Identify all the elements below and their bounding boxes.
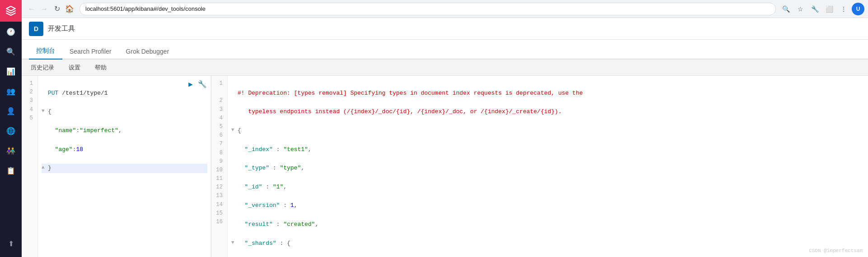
sidebar-icon-clock[interactable]: 🕐 [0,22,22,41]
tab-grok-debugger[interactable]: Grok Debugger [119,44,177,60]
right-line-1b: typeless endpoints instead (/{index}/_do… [231,107,864,117]
code-line-1: PUT /test1/type/1 [42,89,207,98]
right-code-area[interactable]: 1 2 3 4 5 6 7 8 9 10 11 12 13 14 15 16 [211,76,868,257]
sidebar-icon-upload[interactable]: ⬆ [0,234,22,253]
left-code-content[interactable]: PUT /test1/type/1 ▼{ "name":"imperfect",… [38,76,211,257]
settings-button[interactable]: 设置 [65,62,84,73]
tabs-bar: 控制台 Search Profiler Grok Debugger [22,40,868,60]
editor-actions: ▶ 🔧 [186,79,207,89]
sidebar-icon-layers[interactable]: 📋 [0,161,22,180]
sidebar-icon-users[interactable]: 👥 [0,81,22,101]
history-button[interactable]: 历史记录 [27,62,58,73]
right-line-5: "_id" : "1", [231,183,864,192]
back-button[interactable]: ← [25,3,38,15]
sidebar-icon-globe[interactable]: 🌐 [0,121,22,141]
help-button[interactable]: 帮助 [91,62,110,73]
right-line-8: ▼ "_shards" : { [231,239,864,248]
right-line-4: "_type" : "type", [231,164,864,173]
sidebar: 🕐 🔍 📊 👥 👤 🌐 👫 📋 ⬆ [0,0,22,257]
main-area: ← → ↻ 🏠 localhost:5601/app/kibana#/dev_t… [22,0,868,257]
sidebar-icon-person[interactable]: 👤 [0,101,22,121]
right-line-2: ▼{ [231,126,864,136]
star-button[interactable]: ☆ [794,3,807,15]
forward-button[interactable]: → [38,3,51,15]
sidebar-icon-chart[interactable]: 📊 [0,61,22,81]
left-code-area[interactable]: 1 2 3 4 5 PUT /test1/type/1 ▼{ "name":"i… [22,76,211,257]
browser-actions: 🔍 ☆ 🔧 ⬜ ⋮ U [779,3,864,15]
right-line-1: #! Deprecation: [types removal] Specifyi… [231,89,864,98]
sidebar-icon-compass[interactable]: 🔍 [0,41,22,61]
tab-button[interactable]: ⬜ [823,3,835,15]
left-editor[interactable]: 1 2 3 4 5 PUT /test1/type/1 ▼{ "name":"i… [22,76,211,257]
zoom-button[interactable]: 🔍 [779,3,792,15]
tab-console[interactable]: 控制台 [29,43,62,60]
home-button[interactable]: 🏠 [63,3,76,15]
url-text: localhost:5601/app/kibana#/dev_tools/con… [85,5,770,12]
sidebar-logo[interactable] [0,0,22,22]
user-avatar[interactable]: U [852,3,864,15]
menu-button[interactable]: ⋮ [837,3,850,15]
tab-search-profiler[interactable]: Search Profiler [62,44,119,60]
toolbar: 历史记录 设置 帮助 [22,60,868,76]
app-logo: D [29,22,43,36]
app-header: D 开发工具 [22,18,868,40]
right-editor[interactable]: 1 2 3 4 5 6 7 8 9 10 11 12 13 14 15 16 [211,76,868,257]
left-line-numbers: 1 2 3 4 5 [22,76,38,257]
sidebar-icon-people[interactable]: 👫 [0,141,22,161]
browser-bar: ← → ↻ 🏠 localhost:5601/app/kibana#/dev_t… [22,0,868,18]
refresh-button[interactable]: ↻ [51,3,63,15]
right-line-3: "_index" : "test1", [231,145,864,155]
app-title: 开发工具 [48,24,75,33]
code-line-4: "age":18 [42,145,207,155]
code-line-3: "name":"imperfect", [42,126,207,136]
editor-container: 1 2 3 4 5 PUT /test1/type/1 ▼{ "name":"i… [22,76,868,257]
right-line-numbers: 1 2 3 4 5 6 7 8 9 10 11 12 13 14 15 16 [211,76,228,257]
right-line-7: "result" : "created", [231,220,864,229]
wrench-button[interactable]: 🔧 [197,79,207,89]
watermark: CSDN @imperfectsam [809,248,863,253]
right-line-6: "_version" : 1, [231,201,864,211]
address-bar[interactable]: localhost:5601/app/kibana#/dev_tools/con… [79,3,776,15]
code-line-2: ▼{ [42,107,207,117]
right-code-content: #! Deprecation: [types removal] Specifyi… [228,76,868,257]
extensions-button[interactable]: 🔧 [808,3,821,15]
code-line-5: ▲} [42,164,207,173]
run-button[interactable]: ▶ [186,79,196,89]
